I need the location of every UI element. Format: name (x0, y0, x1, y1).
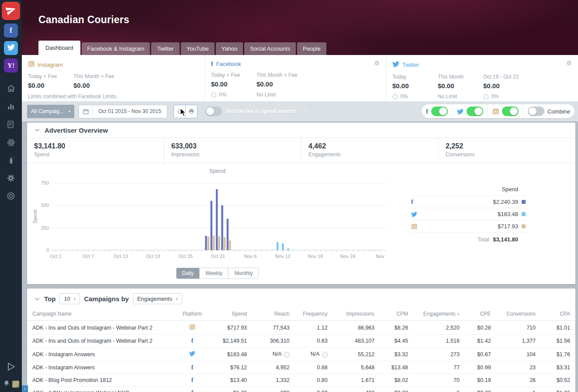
refresh-button[interactable] (173, 105, 186, 118)
account-label: Twitter (402, 62, 419, 68)
home-icon[interactable] (7, 84, 16, 95)
bar-facebook-day-29[interactable] (211, 201, 213, 250)
cell-impressions: 402 (333, 387, 380, 392)
chevron-down-icon: ▾ (68, 109, 70, 113)
bar-facebook-day-30[interactable] (216, 189, 218, 250)
twitter-settings-gear-icon[interactable] (566, 60, 572, 68)
tab-dashboard[interactable]: Dashboard (38, 41, 80, 55)
tab-facebook-instagram[interactable]: Facebook & Instagram (82, 42, 150, 55)
cell-impressions: 483,107 (333, 335, 380, 347)
col-header-cpm[interactable]: CPM (380, 308, 413, 321)
campaign-row[interactable]: ADK - AdWeek Instagram Webinar NYCf$1.36… (27, 387, 575, 392)
svg-text:Nov: Nov (376, 254, 384, 259)
user-avatar[interactable] (12, 381, 19, 388)
info-icon[interactable]: i (302, 109, 308, 114)
campaign-name-cell[interactable]: ADK - Ins and Outs of Instagram - Webina… (27, 335, 175, 347)
campaign-row[interactable]: ADK - Ins and Outs of Instagram - Webina… (27, 335, 575, 347)
bar-facebook-day-31[interactable] (221, 205, 223, 250)
platform-toggle-twitter (452, 104, 488, 118)
platform-toggle-facebook: f (422, 104, 452, 118)
col-header-reach[interactable]: Reach (252, 308, 294, 321)
notifications-bell-icon[interactable] (3, 380, 10, 389)
campaign-name-cell[interactable]: ADK - Instagram Answers (27, 347, 175, 361)
col-header-campaign-name[interactable]: Campaign Name (27, 308, 175, 321)
facebook-enable-toggle[interactable] (431, 107, 448, 116)
svg-text:750: 750 (41, 180, 49, 186)
date-range-control[interactable]: Oct 01 2015 - Nov 30 2015 (79, 105, 167, 118)
app-logo[interactable] (2, 2, 20, 20)
col-header-platform[interactable]: Platform (175, 308, 210, 321)
col-header-impressions[interactable]: Impressions (333, 308, 380, 321)
instagram-icon (492, 108, 499, 115)
gear-icon[interactable] (7, 174, 15, 184)
flow-play-icon[interactable] (6, 361, 16, 374)
expand-sidebar-tab[interactable]: › (22, 385, 28, 392)
granularity-monthly[interactable]: Monthly (228, 268, 258, 279)
twitter-enable-toggle[interactable] (467, 107, 483, 116)
cell-cpm: $13.48 (380, 361, 413, 374)
bar-instagram-day-29[interactable] (213, 236, 215, 250)
facebook-settings-gear-icon[interactable] (374, 60, 380, 68)
cell-cpm: $3.32 (380, 347, 413, 361)
spray-can-icon[interactable] (7, 156, 15, 166)
info-icon[interactable]: i (322, 352, 328, 358)
bar-instagram-day-31[interactable] (224, 237, 226, 250)
col-header-engagements[interactable]: Engagements▾ (413, 308, 465, 321)
bar-twitter-day-42[interactable] (282, 243, 284, 250)
col-header-cpa[interactable]: CPA (541, 308, 575, 321)
campaign-row[interactable]: ADK - Instagram Answers$183.48N/AiN/Ai55… (27, 347, 575, 361)
overview-card-header[interactable]: Advertiser Overview (27, 123, 575, 138)
metric-select[interactable]: Engagements ▾ (133, 293, 182, 304)
bar-twitter-day-43[interactable] (287, 248, 290, 250)
campaign-name-cell[interactable]: ADK - Blog Post Promotion 1812 (27, 374, 175, 387)
sidebar-twitter-account[interactable] (4, 41, 18, 55)
campaign-filter-dropdown[interactable]: All Campaig... ▾ (27, 105, 74, 118)
campaign-name-cell[interactable]: ADK - Ins and Outs of Instagram - Webina… (27, 321, 175, 335)
instagram-enable-toggle[interactable] (502, 107, 519, 116)
bar-instagram-day-32[interactable] (229, 241, 231, 250)
reports-book-icon[interactable] (7, 120, 15, 131)
bar-facebook-day-32[interactable] (227, 219, 229, 250)
tab-yahoo[interactable]: Yahoo (216, 42, 243, 55)
campaign-row[interactable]: ADK - Ins and Outs of Instagram - Webina… (27, 321, 575, 335)
metric-value: $0.00 (256, 80, 298, 88)
combine-toggle[interactable] (528, 107, 544, 116)
top-count-select[interactable]: 10 ▾ (59, 293, 80, 304)
tab-twitter[interactable]: Twitter (151, 42, 179, 55)
campaign-row[interactable]: ADK - Instagram Answersf$76.124,9520.885… (27, 361, 575, 374)
granularity-weekly[interactable]: Weekly (199, 268, 228, 279)
col-header-spend[interactable]: Spend (210, 308, 252, 321)
campaign-row[interactable]: ADK - Blog Post Promotion 1812f$13.401,3… (27, 374, 575, 387)
bar-facebook-day-28[interactable] (205, 236, 207, 250)
info-icon[interactable]: i (284, 352, 290, 358)
granularity-daily[interactable]: Daily (177, 268, 200, 279)
bar-instagram-day-28[interactable] (208, 237, 210, 250)
tab-youtube[interactable]: YouTube (181, 42, 215, 55)
analytics-chart-icon[interactable] (7, 102, 15, 113)
bar-twitter-day-41[interactable] (277, 242, 279, 250)
cell-frequency: 0.80 (295, 374, 333, 387)
cell-conversions: 710 (496, 321, 541, 335)
cell-impressions: 1,671 (333, 374, 380, 387)
campaign-name-cell[interactable]: ADK - Instagram Answers (27, 361, 175, 374)
sidebar-yahoo-account[interactable]: Y! (4, 58, 18, 72)
col-header-cpe[interactable]: CPE (465, 308, 496, 321)
calendar-icon[interactable] (79, 105, 93, 118)
col-header-conversions[interactable]: Conversions (496, 308, 541, 321)
collapse-chevron-icon[interactable] (34, 127, 40, 133)
campaign-name-cell[interactable]: ADK - AdWeek Instagram Webinar NYC (27, 387, 175, 392)
print-button[interactable] (185, 105, 197, 118)
lifesaver-icon[interactable] (7, 192, 15, 202)
limit-status: 0% (392, 93, 434, 100)
top-campaigns-header: Top 10 ▾ Campaigns by Engagements ▾ (27, 289, 575, 308)
atom-icon[interactable] (7, 138, 16, 149)
include-fee-toggle[interactable] (205, 107, 222, 116)
tab-social-accounts[interactable]: Social Accounts (244, 42, 296, 55)
tab-people[interactable]: People (297, 42, 326, 55)
collapse-chevron-icon[interactable] (34, 296, 40, 302)
date-range-value[interactable]: Oct 01 2015 - Nov 30 2015 (93, 108, 167, 114)
sidebar-facebook-account[interactable]: f (4, 24, 18, 38)
col-header-frequency[interactable]: Frequency (295, 308, 333, 321)
svg-text:Nov 12: Nov 12 (275, 254, 291, 259)
bar-instagram-day-30[interactable] (218, 236, 221, 250)
